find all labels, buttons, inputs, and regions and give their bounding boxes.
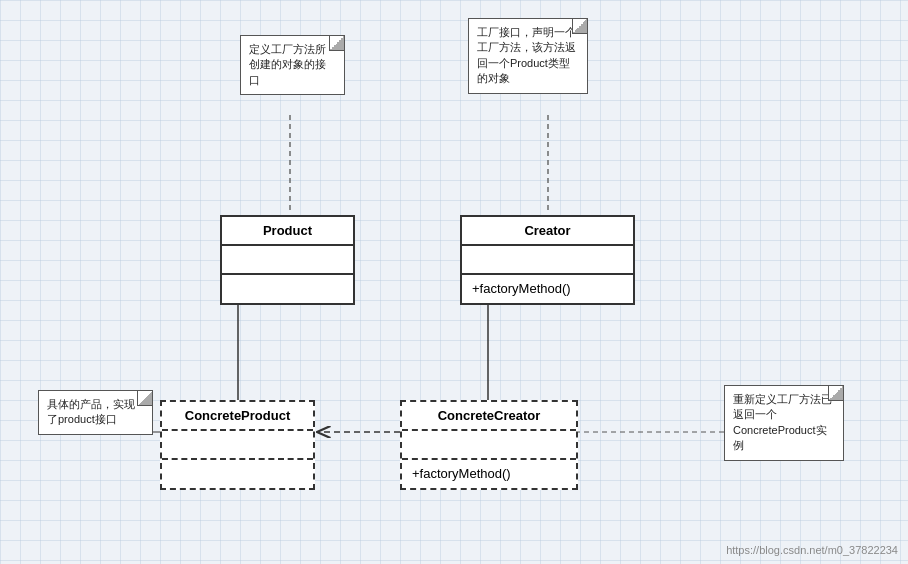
concrete-product-class: ConcreteProduct <box>160 400 315 490</box>
concrete-product-class-body <box>162 431 313 460</box>
concrete-product-note-text: 具体的产品，实现了product接口 <box>47 398 135 425</box>
concrete-product-class-name: ConcreteProduct <box>162 402 313 431</box>
concrete-product-class-methods <box>162 460 313 488</box>
concrete-creator-note: 重新定义工厂方法已返回一个ConcreteProduct实例 <box>724 385 844 461</box>
concrete-creator-class-methods: +factoryMethod() <box>402 460 576 488</box>
product-note-text: 定义工厂方法所创建的对象的接口 <box>249 43 326 86</box>
creator-class-body <box>462 246 633 275</box>
creator-class-methods: +factoryMethod() <box>462 275 633 303</box>
product-note: 定义工厂方法所创建的对象的接口 <box>240 35 345 95</box>
creator-class: Creator +factoryMethod() <box>460 215 635 305</box>
creator-note: 工厂接口，声明一个工厂方法，该方法返回一个Product类型的对象 <box>468 18 588 94</box>
concrete-creator-note-text: 重新定义工厂方法已返回一个ConcreteProduct实例 <box>733 393 832 451</box>
concrete-product-note: 具体的产品，实现了product接口 <box>38 390 153 435</box>
product-class-methods <box>222 275 353 303</box>
product-class-body <box>222 246 353 275</box>
watermark: https://blog.csdn.net/m0_37822234 <box>726 544 898 556</box>
creator-note-text: 工厂接口，声明一个工厂方法，该方法返回一个Product类型的对象 <box>477 26 576 84</box>
product-class: Product <box>220 215 355 305</box>
concrete-creator-class-name: ConcreteCreator <box>402 402 576 431</box>
creator-class-name: Creator <box>462 217 633 246</box>
diagram-canvas: Product Creator +factoryMethod() Concret… <box>0 0 908 564</box>
concrete-creator-class: ConcreteCreator +factoryMethod() <box>400 400 578 490</box>
concrete-creator-class-body <box>402 431 576 460</box>
product-class-name: Product <box>222 217 353 246</box>
